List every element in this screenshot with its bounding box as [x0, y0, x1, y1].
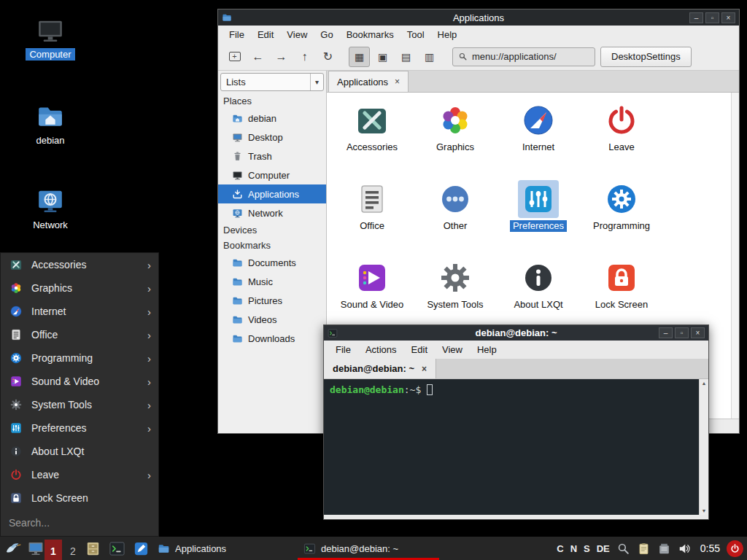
terminal-titlebar[interactable]: debian@debian: ~ – ▫ ×	[324, 325, 708, 341]
menu-item-system-tools[interactable]: System Tools ›	[1, 393, 158, 416]
menu-help[interactable]: Help	[470, 342, 504, 357]
menu-item-programming[interactable]: Programming ›	[1, 346, 158, 370]
file-manager-titlebar[interactable]: Applications – ▫ ×	[218, 9, 739, 26]
sidebar-item-documents[interactable]: Documents	[218, 253, 326, 272]
magnifier-tray-icon[interactable]	[616, 542, 630, 556]
workspace-2[interactable]: 2	[64, 540, 82, 560]
clipboard-tray-icon[interactable]	[637, 542, 651, 556]
menu-file[interactable]: File	[222, 27, 251, 42]
menu-item-office[interactable]: Office ›	[1, 323, 158, 346]
new-tab-button[interactable]: +	[224, 47, 245, 67]
thumbnail-view-button[interactable]: ▣	[372, 47, 393, 67]
desktop-settings-button[interactable]: DesktopSettings	[600, 47, 692, 67]
file-manager-launcher[interactable]	[82, 537, 104, 560]
app-item-leave[interactable]: Leave	[580, 101, 663, 180]
menu-item-leave[interactable]: Leave ›	[1, 463, 158, 486]
sidebar-item-music[interactable]: Music	[218, 272, 326, 291]
sidebar-item-debian[interactable]: debian	[218, 109, 326, 128]
scroll-up-icon[interactable]: ▲	[702, 381, 707, 386]
keyboard-layout-indicator[interactable]: DE	[597, 543, 610, 554]
scrollbar[interactable]: ▲ ▼	[699, 379, 708, 515]
menu-view[interactable]: View	[435, 342, 470, 357]
up-button[interactable]: ↑	[294, 47, 315, 67]
menu-actions[interactable]: Actions	[358, 342, 404, 357]
app-item-accessories[interactable]: Accessories	[330, 101, 414, 180]
menu-item-about-lxqt[interactable]: About LXQt	[1, 440, 158, 463]
menu-edit[interactable]: Edit	[404, 342, 435, 357]
terminal-output[interactable]: debian@debian:~$	[324, 379, 699, 515]
detailed-view-button[interactable]: ▥	[419, 47, 440, 67]
minimize-button[interactable]: –	[689, 12, 703, 23]
terminal-tab[interactable]: debian@debian: ~ ×	[324, 359, 436, 378]
app-item-preferences[interactable]: Preferences	[497, 180, 580, 259]
close-button[interactable]: ×	[721, 12, 735, 23]
minimize-button[interactable]: –	[659, 327, 673, 338]
sidebar-item-downloads[interactable]: Downloads	[218, 329, 326, 348]
back-icon: ←	[252, 50, 264, 63]
chevron-right-icon: ›	[147, 329, 151, 341]
task-button-terminal[interactable]: debian@debian: ~	[298, 537, 439, 560]
menu-view[interactable]: View	[280, 27, 314, 42]
back-button[interactable]: ←	[247, 47, 268, 67]
app-item-graphics[interactable]: Graphics	[414, 101, 497, 180]
maximize-button[interactable]: ▫	[705, 12, 719, 23]
desktop-icon-debian[interactable]: debian	[10, 102, 90, 147]
show-desktop-button[interactable]	[25, 537, 47, 560]
app-item-programming[interactable]: Programming	[580, 180, 663, 259]
scroll-down-icon[interactable]: ▼	[702, 508, 707, 513]
app-item-office[interactable]: Office	[330, 180, 414, 259]
sidebar-item-pictures[interactable]: Pictures	[218, 291, 326, 310]
address-bar[interactable]: menu://applications/	[452, 47, 595, 66]
menu-help[interactable]: Help	[431, 27, 464, 42]
tab-close-icon[interactable]: ×	[395, 77, 400, 87]
leave-icon	[9, 468, 23, 481]
main-menu-button[interactable]	[1, 537, 23, 560]
workspace-1[interactable]: 1	[44, 540, 62, 560]
terminal-launcher[interactable]	[106, 537, 128, 560]
menu-tool[interactable]: Tool	[400, 27, 431, 42]
maximize-button[interactable]: ▫	[675, 327, 689, 338]
sidebar-item-desktop[interactable]: Desktop	[218, 128, 326, 147]
volume-icon[interactable]	[678, 542, 692, 556]
sidebar-item-applications[interactable]: Applications	[218, 184, 326, 203]
task-button-applications[interactable]: Applications	[152, 537, 232, 560]
power-button[interactable]	[727, 540, 743, 557]
forward-button[interactable]: →	[271, 47, 292, 67]
scrollbar[interactable]	[731, 93, 739, 419]
tab-close-icon[interactable]: ×	[422, 364, 427, 374]
lxqt-bird-icon	[4, 540, 21, 557]
menu-edit[interactable]: Edit	[251, 27, 280, 42]
app-item-other[interactable]: Other	[414, 180, 497, 259]
sidebar-header-devices[interactable]: Devices	[218, 222, 326, 238]
maximize-icon: ▫	[681, 329, 684, 337]
menu-item-lock-screen[interactable]: Lock Screen	[1, 486, 158, 510]
app-item-internet[interactable]: Internet	[497, 101, 580, 180]
sidebar-item-computer[interactable]: Computer	[218, 166, 326, 184]
refresh-button[interactable]: ↻	[317, 47, 338, 67]
compact-view-icon: ▤	[401, 51, 411, 63]
text-editor-launcher[interactable]	[130, 537, 152, 560]
sidebar-item-network[interactable]: Network	[218, 203, 326, 222]
compact-view-button[interactable]: ▤	[395, 47, 417, 67]
menu-file[interactable]: File	[328, 342, 358, 357]
menu-go[interactable]: Go	[314, 27, 339, 42]
menu-item-internet[interactable]: Internet ›	[1, 300, 158, 323]
close-button[interactable]: ×	[691, 327, 705, 338]
icon-view-button[interactable]: ▦	[349, 47, 370, 67]
sidebar-item-trash[interactable]: Trash	[218, 147, 326, 166]
sidebar-mode-combo[interactable]: Lists ▾	[220, 73, 324, 91]
sidebar-item-videos[interactable]: Videos	[218, 310, 326, 329]
sidebar-header-bookmarks[interactable]: Bookmarks	[218, 238, 326, 253]
sidebar-header-places[interactable]: Places	[218, 93, 326, 109]
menu-item-preferences[interactable]: Preferences ›	[1, 416, 158, 440]
tab-applications[interactable]: Applications ×	[328, 71, 409, 92]
archive-tray-icon[interactable]	[657, 542, 671, 556]
menu-item-sound-video[interactable]: Sound & Video ›	[1, 370, 158, 393]
search-input[interactable]	[9, 517, 150, 529]
desktop-icon-network[interactable]: Network	[10, 187, 90, 231]
menu-item-graphics[interactable]: Graphics ›	[1, 276, 158, 300]
clock[interactable]: 0:55	[700, 542, 720, 554]
menu-bookmarks[interactable]: Bookmarks	[340, 27, 400, 42]
desktop-icon-computer[interactable]: Computer	[10, 16, 90, 61]
menu-item-accessories[interactable]: Accessories ›	[1, 253, 158, 276]
